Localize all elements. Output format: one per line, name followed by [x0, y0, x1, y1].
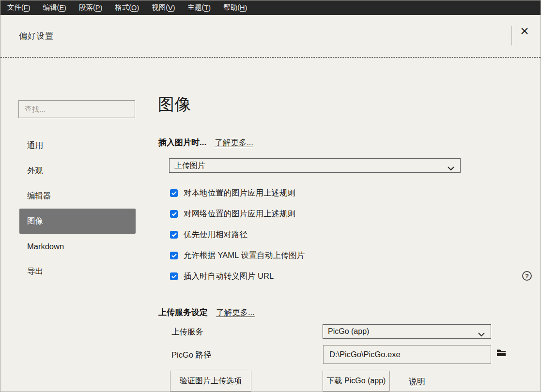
sidebar-item-export[interactable]: 导出 — [19, 259, 136, 284]
insert-learn-more-link[interactable]: 了解更多... — [215, 137, 253, 148]
upload-service-select-value: PicGo (app) — [328, 327, 369, 336]
upload-learn-more-link[interactable]: 了解更多... — [216, 307, 255, 318]
image-action-select[interactable]: 上传图片 — [169, 158, 461, 173]
menu-label: 帮助( — [223, 3, 240, 12]
sidebar-item-editor[interactable]: 编辑器 — [19, 183, 136, 209]
menu-accel-key: V — [168, 4, 173, 12]
menu-accel-key: E — [59, 4, 64, 12]
menu-accel-key: P — [95, 4, 100, 12]
menu-label: 格式( — [115, 3, 131, 12]
insert-section-header: 插入图片时... 了解更多... — [158, 137, 253, 148]
close-icon[interactable]: × — [516, 22, 533, 40]
checkbox-row: 对网络位置的图片应用上述规则 — [170, 210, 295, 218]
checkbox-local-rule[interactable] — [170, 189, 178, 197]
menu-label: ) — [137, 4, 139, 12]
menu-bar: 文件(F) 编辑(E) 段落(P) 格式(O) 视图(V) 主题(T) 帮助(H… — [0, 0, 541, 15]
menu-theme[interactable]: 主题(T) — [182, 0, 217, 15]
insert-section-heading: 插入图片时... — [158, 137, 206, 148]
menu-accel-key: F — [24, 4, 28, 12]
picgo-path-label: PicGo 路径 — [171, 350, 212, 361]
menu-label: ) — [245, 4, 247, 12]
header-divider — [511, 26, 512, 45]
menu-help[interactable]: 帮助(H) — [217, 0, 253, 15]
checkbox-network-rule[interactable] — [170, 210, 178, 218]
menu-label: ) — [64, 4, 66, 12]
menu-label: 文件( — [7, 3, 24, 12]
menu-label: ) — [173, 4, 175, 12]
checkbox-label: 允许根据 YAML 设置自动上传图片 — [184, 250, 305, 261]
dialog-content: 通用 外观 编辑器 图像 Markdown 导出 图像 插入图片时... 了解更… — [0, 58, 541, 392]
upload-section-header: 上传服务设定 了解更多... — [158, 307, 255, 318]
image-action-select-value: 上传图片 — [174, 161, 205, 171]
menu-label: 段落( — [79, 3, 95, 12]
menu-label: 编辑( — [43, 3, 60, 12]
help-icon[interactable]: ? — [522, 271, 532, 281]
checkbox-relative-path[interactable] — [170, 231, 178, 239]
checkbox-label: 优先使用相对路径 — [184, 229, 247, 240]
picgo-path-input[interactable] — [323, 345, 491, 364]
checkbox-row: 插入时自动转义图片 URL — [170, 272, 274, 281]
preferences-window: 文件(F) 编辑(E) 段落(P) 格式(O) 视图(V) 主题(T) 帮助(H… — [0, 0, 541, 392]
checkbox-yaml-upload[interactable] — [170, 252, 178, 259]
menu-label: ) — [208, 4, 211, 12]
upload-section-heading: 上传服务设定 — [158, 307, 208, 318]
checkbox-row: 对本地位置的图片应用上述规则 — [170, 189, 295, 197]
menu-file[interactable]: 文件(F) — [1, 0, 37, 15]
page-title: 图像 — [158, 93, 191, 116]
sidebar-item-appearance[interactable]: 外观 — [19, 158, 136, 183]
chevron-down-icon — [478, 330, 485, 339]
sidebar-item-markdown[interactable]: Markdown — [19, 234, 136, 259]
menu-view[interactable]: 视图(V) — [145, 0, 181, 15]
upload-service-select[interactable]: PicGo (app) — [323, 324, 491, 339]
menu-paragraph[interactable]: 段落(P) — [73, 0, 108, 15]
checkbox-row: 优先使用相对路径 — [170, 230, 247, 239]
instruction-link[interactable]: 说明 — [409, 376, 425, 387]
menu-label: 主题( — [188, 3, 204, 12]
menu-label: ) — [100, 4, 102, 12]
menu-accel-key: O — [131, 4, 137, 12]
dialog-header: 偏好设置 × — [0, 15, 541, 58]
menu-accel-key: H — [240, 4, 245, 12]
checkbox-row: 允许根据 YAML 设置自动上传图片 — [170, 251, 305, 260]
menu-edit[interactable]: 编辑(E) — [37, 0, 73, 15]
sidebar-item-image[interactable]: 图像 — [19, 209, 136, 234]
folder-icon[interactable] — [496, 347, 507, 358]
checkbox-label: 对网络位置的图片应用上述规则 — [184, 209, 295, 219]
search-input[interactable] — [18, 100, 135, 118]
menu-accel-key: T — [204, 4, 208, 12]
validate-upload-button[interactable]: 验证图片上传选项 — [170, 371, 251, 392]
sidebar-item-general[interactable]: 通用 — [19, 133, 136, 158]
chevron-down-icon — [448, 164, 454, 173]
checkbox-escape-url[interactable] — [170, 272, 178, 280]
checkbox-label: 对本地位置的图片应用上述规则 — [184, 188, 295, 198]
dialog-title: 偏好设置 — [19, 30, 54, 42]
checkbox-label: 插入时自动转义图片 URL — [184, 271, 274, 282]
menu-label: ) — [28, 4, 31, 12]
sidebar-nav: 通用 外观 编辑器 图像 Markdown 导出 — [19, 133, 136, 284]
menu-format[interactable]: 格式(O) — [108, 0, 145, 15]
download-picgo-button[interactable]: 下载 PicGo (app) — [323, 371, 390, 392]
upload-service-label: 上传服务 — [171, 327, 203, 337]
menu-label: 视图( — [152, 3, 168, 12]
